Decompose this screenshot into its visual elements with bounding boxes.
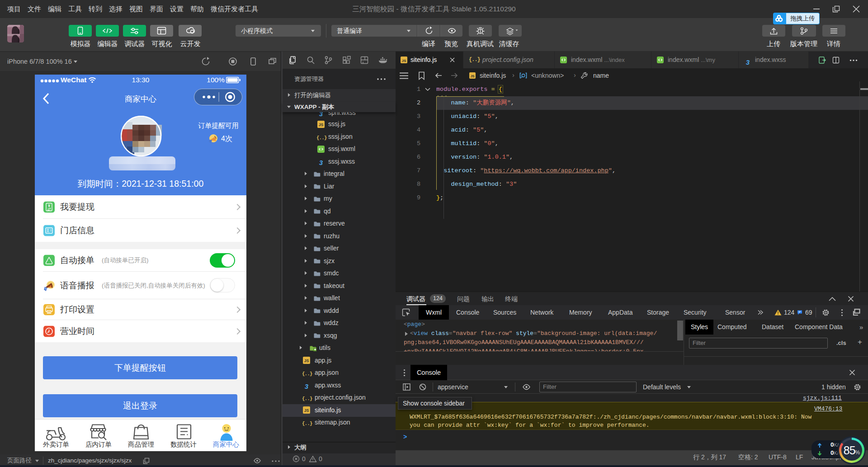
svg-text:JS: JS <box>304 408 309 413</box>
svg-text:JS: JS <box>470 74 474 78</box>
svg-text:JS: JS <box>304 359 309 363</box>
svg-text:JS: JS <box>402 59 406 63</box>
svg-text:¥: ¥ <box>48 203 50 208</box>
svg-text:JS: JS <box>319 123 324 127</box>
